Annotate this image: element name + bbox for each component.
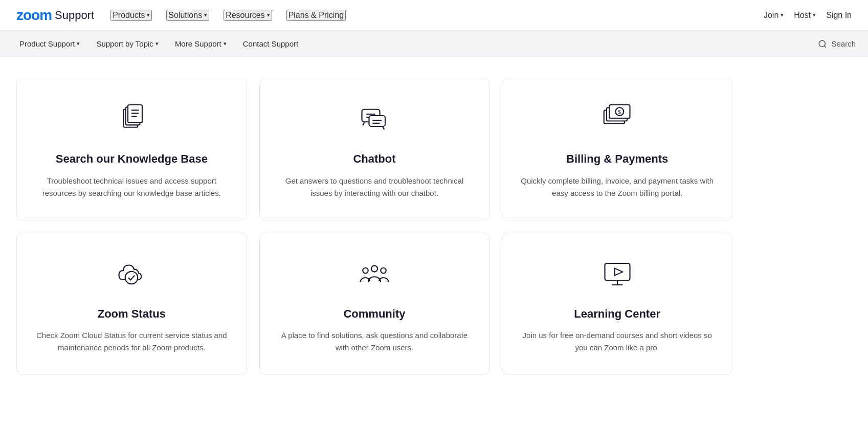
card-chatbot[interactable]: Chatbot Get answers to questions and tro…: [259, 78, 490, 220]
sub-nav-more-support[interactable]: More Support ▾: [168, 35, 234, 52]
card-learning-center-desc: Join us for free on-demand courses and s…: [519, 329, 716, 354]
sub-nav-left: Product Support ▾ Support by Topic ▾ Mor…: [12, 35, 305, 52]
svg-rect-23: [605, 263, 630, 280]
billing-icon: $: [519, 99, 716, 140]
card-community-title: Community: [276, 307, 473, 322]
card-zoom-status-desc: Check Zoom Cloud Status for current serv…: [33, 329, 230, 354]
main-content: Search our Knowledge Base Troubleshoot t…: [0, 57, 868, 395]
top-nav-right: Join ▾ Host ▾ Sign In: [764, 11, 852, 20]
chevron-down-icon: ▾: [204, 12, 207, 18]
svg-text:$: $: [618, 109, 621, 115]
nav-link-plans-pricing[interactable]: Plans & Pricing: [286, 10, 346, 21]
sign-in-button[interactable]: Sign In: [826, 11, 852, 20]
card-learning-center-title: Learning Center: [519, 307, 716, 322]
logo-zoom-text: zoom: [16, 7, 52, 24]
chevron-down-icon: ▾: [155, 40, 159, 47]
svg-point-0: [819, 40, 826, 47]
search-label: Search: [831, 39, 856, 48]
chevron-down-icon: ▾: [267, 12, 270, 18]
chevron-down-icon: ▾: [813, 12, 816, 18]
search-button[interactable]: Search: [818, 39, 856, 49]
sub-nav-more-support-label: More Support: [175, 39, 221, 48]
card-knowledge-base-desc: Troubleshoot technical issues and access…: [33, 175, 230, 199]
host-label: Host: [794, 11, 811, 20]
sub-nav-product-support-label: Product Support: [19, 39, 75, 48]
nav-link-plans-pricing-label: Plans & Pricing: [288, 11, 344, 20]
chevron-down-icon: ▾: [781, 12, 784, 18]
sub-nav-support-by-topic-label: Support by Topic: [96, 39, 153, 48]
chevron-down-icon: ▾: [224, 40, 227, 47]
card-knowledge-base[interactable]: Search our Knowledge Base Troubleshoot t…: [16, 78, 247, 220]
svg-point-21: [363, 267, 368, 273]
cloud-check-icon: [33, 254, 230, 295]
top-nav-left: zoom Support Products ▾ Solutions ▾ Reso…: [16, 7, 346, 24]
card-community-desc: A place to find solutions, ask questions…: [276, 329, 473, 354]
svg-line-1: [825, 46, 826, 47]
nav-link-products[interactable]: Products ▾: [110, 10, 152, 21]
join-label: Join: [764, 11, 778, 20]
nav-link-solutions[interactable]: Solutions ▾: [166, 10, 209, 21]
card-billing-desc: Quickly complete billing, invoice, and p…: [519, 175, 716, 199]
sub-nav-product-support[interactable]: Product Support ▾: [12, 35, 87, 52]
nav-link-resources-label: Resources: [226, 11, 264, 20]
card-billing-payments[interactable]: $ Billing & Payments Quickly complete bi…: [502, 78, 732, 220]
top-nav: zoom Support Products ▾ Solutions ▾ Reso…: [0, 0, 868, 31]
community-icon: [276, 254, 473, 295]
svg-marker-24: [614, 268, 622, 275]
join-button[interactable]: Join ▾: [764, 11, 784, 20]
sub-nav: Product Support ▾ Support by Topic ▾ Mor…: [0, 31, 868, 57]
nav-link-resources[interactable]: Resources ▾: [224, 10, 272, 21]
svg-point-19: [125, 271, 138, 284]
card-knowledge-base-title: Search our Knowledge Base: [33, 152, 230, 167]
card-zoom-status[interactable]: Zoom Status Check Zoom Cloud Status for …: [16, 233, 247, 375]
sub-nav-contact-support-label: Contact Support: [243, 39, 298, 48]
learning-icon: [519, 254, 716, 295]
logo-support-text: Support: [55, 9, 94, 22]
logo[interactable]: zoom Support: [16, 7, 94, 24]
nav-link-solutions-label: Solutions: [168, 11, 202, 20]
nav-link-products-label: Products: [113, 11, 145, 20]
documents-icon: [33, 99, 230, 140]
card-zoom-status-title: Zoom Status: [33, 307, 230, 322]
card-chatbot-desc: Get answers to questions and troubleshoo…: [276, 175, 473, 199]
card-billing-title: Billing & Payments: [519, 152, 716, 167]
chevron-down-icon: ▾: [77, 40, 80, 47]
sub-nav-contact-support[interactable]: Contact Support: [236, 35, 305, 52]
svg-point-22: [381, 267, 386, 273]
sub-nav-support-by-topic[interactable]: Support by Topic ▾: [89, 35, 165, 52]
search-icon: [818, 39, 827, 49]
card-community[interactable]: Community A place to find solutions, ask…: [259, 233, 490, 375]
chat-icon: [276, 99, 473, 140]
chevron-down-icon: ▾: [147, 12, 150, 18]
card-learning-center[interactable]: Learning Center Join us for free on-dema…: [502, 233, 732, 375]
top-nav-links: Products ▾ Solutions ▾ Resources ▾ Plans…: [110, 10, 346, 21]
svg-point-20: [371, 265, 377, 272]
host-button[interactable]: Host ▾: [794, 11, 816, 20]
cards-grid: Search our Knowledge Base Troubleshoot t…: [16, 78, 732, 375]
card-chatbot-title: Chatbot: [276, 152, 473, 167]
